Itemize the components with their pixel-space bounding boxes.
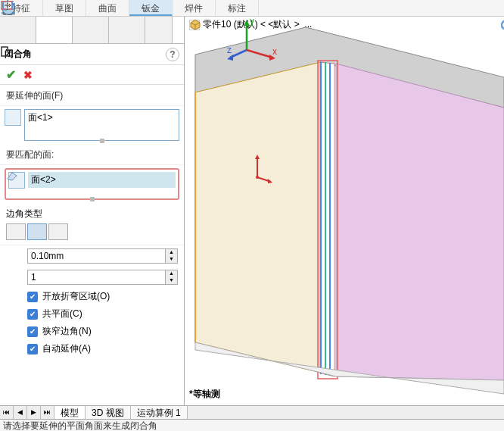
gap-input[interactable] [27, 248, 166, 264]
origin-triad [251, 153, 274, 183]
ratio-input[interactable] [27, 270, 166, 285]
menu-tab-weldment[interactable]: 焊件 [173, 0, 216, 16]
svg-marker-28 [336, 64, 504, 380]
svg-point-39 [256, 176, 259, 179]
ok-button[interactable]: ✔ [6, 67, 16, 82]
corner-type-butt[interactable] [6, 223, 26, 240]
menu-tab-annotation[interactable]: 标注 [216, 0, 259, 16]
svg-marker-38 [268, 179, 272, 183]
feature-title-row: 闭合角 ? [0, 44, 184, 65]
panel-tab-feature-tree[interactable] [0, 17, 36, 43]
bottom-tab-model[interactable]: 模型 [54, 406, 86, 419]
corner-type-label: 边角类型 [6, 208, 178, 220]
menu-tab-sheetmetal[interactable]: 钣金 [129, 0, 173, 16]
face-extend-icon [5, 109, 21, 126]
face-match-icon [8, 172, 25, 189]
faces-extend-list[interactable]: 面<1> [24, 109, 179, 141]
panel-tab-property[interactable] [36, 17, 73, 43]
svg-marker-41 [244, 20, 250, 26]
bottom-tab-3dview[interactable]: 3D 视图 [86, 406, 131, 419]
svg-text:y: y [250, 17, 254, 27]
viewport[interactable]: ▶ 零件10 (默认) < <默认 >_... [185, 17, 504, 405]
view-triad[interactable]: y x z [227, 17, 280, 62]
tab-nav-next[interactable]: ▶ [27, 406, 41, 419]
face-match-item[interactable]: 面<2> [31, 174, 56, 185]
cancel-button[interactable]: ✖ [23, 69, 33, 81]
status-bar: 请选择要延伸的平面角面来生成闭合角 [0, 419, 504, 431]
faces-match-list[interactable]: 面<2> [5, 168, 179, 200]
property-panel: 闭合角 ? ✔ ✖ 要延伸的面(F) 面<1> 要匹配的面: 面<2> [0, 17, 185, 405]
svg-text:z: z [227, 45, 232, 55]
bottom-tab-motion[interactable]: 运动算例 1 [131, 406, 188, 419]
corner-type-underlap[interactable] [48, 223, 68, 240]
view-label: *等轴测 [189, 388, 220, 401]
ratio-spinner[interactable]: ▲▼ [166, 270, 178, 285]
menu-tab-sketch[interactable]: 草图 [43, 0, 86, 16]
tab-nav-last[interactable]: ⏭ [41, 406, 54, 419]
face-extend-item[interactable]: 面<1> [28, 112, 53, 123]
tab-nav-first[interactable]: ⏮ [0, 406, 14, 419]
help-button[interactable]: ? [166, 48, 179, 61]
svg-text:x: x [272, 46, 277, 57]
svg-marker-47 [227, 55, 233, 61]
faces-match-label: 要匹配的面: [0, 144, 184, 165]
confirm-row: ✔ ✖ [0, 65, 184, 85]
panel-tab-config[interactable] [73, 17, 109, 43]
check-auto-extend[interactable]: ✔自动延伸(A) [0, 340, 184, 358]
main-menubar: 特征 草图 曲面 钣金 焊件 标注 [0, 0, 504, 17]
model-view[interactable] [185, 17, 504, 399]
tab-nav-prev[interactable]: ◀ [14, 406, 27, 419]
svg-marker-36 [255, 155, 260, 159]
corner-type-overlap[interactable] [27, 223, 47, 240]
gap-spinner[interactable]: ▲▼ [166, 248, 178, 264]
check-open-bend[interactable]: ✔开放折弯区域(O) [0, 288, 184, 305]
menu-tab-surface[interactable]: 曲面 [86, 0, 129, 16]
panel-tabrow [0, 17, 184, 44]
svg-marker-26 [195, 62, 321, 373]
closed-corner-icon [0, 44, 14, 58]
panel-tab-display[interactable] [109, 17, 145, 43]
ratio-icon [6, 270, 23, 284]
svg-line-43 [247, 50, 272, 58]
bottom-tabbar: ⏮ ◀ ▶ ⏭ 模型 3D 视图 运动算例 1 [0, 405, 504, 419]
check-coplanar[interactable]: ✔共平面(C) [0, 305, 184, 323]
gap-icon [6, 249, 23, 263]
faces-extend-label: 要延伸的面(F) [0, 85, 184, 106]
panel-tab-appearance[interactable] [145, 17, 173, 43]
check-narrow-corner[interactable]: ✔狭窄边角(N) [0, 323, 184, 340]
